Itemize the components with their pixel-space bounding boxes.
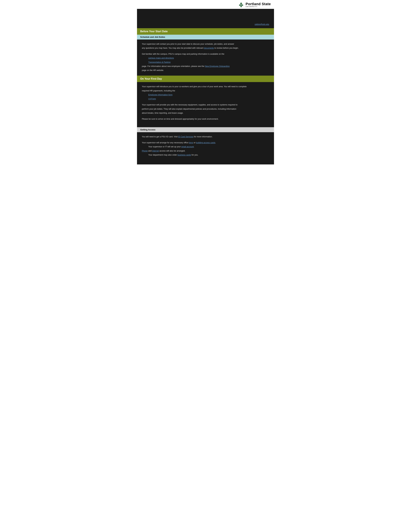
employee-info-form-link[interactable]: Employee Information form: [148, 94, 172, 96]
schedule-section-header: Schedule and Job Duties: [137, 35, 274, 39]
page-header: Portland State UNIVERSITY: [137, 0, 274, 9]
access-text-2: Your supervisor will arrange for any nec…: [142, 141, 269, 144]
access-text-1: You will need to get a PSU ID card. Visi…: [142, 135, 269, 139]
before-start-header: Before Your Start Date: [137, 28, 274, 35]
contact-email-link[interactable]: sskbre@pdx.edu: [255, 23, 269, 26]
documents-link[interactable]: documents: [204, 47, 214, 49]
schedule-text-3: Get familiar with the campus. PSU's camp…: [142, 52, 269, 56]
campus-maps-link[interactable]: campus maps and directions: [148, 57, 174, 59]
new-employee-onboarding-link[interactable]: New Employee Onboarding: [205, 65, 230, 67]
schedule-text-5: page on the HR website.: [142, 69, 269, 72]
psu-logo-icon: [238, 2, 244, 8]
transportation-link[interactable]: Transportation & Parking: [148, 61, 170, 63]
schedule-text-2: any questions you may have. You may also…: [142, 47, 269, 50]
internet-link[interactable]: internet: [152, 150, 159, 152]
email-account-link[interactable]: email account: [181, 146, 194, 148]
intro-banner: sskbre@pdx.edu: [137, 9, 274, 28]
schedule-text-4: page. For information about new employee…: [142, 65, 269, 68]
psu-name: Portland State: [246, 2, 271, 6]
logo-container: Portland State UNIVERSITY: [238, 2, 271, 8]
business-cards-link[interactable]: business cards: [177, 154, 191, 156]
first-day-text-2: required HR paperwork, including the: [142, 89, 269, 93]
svg-rect-5: [240, 5, 243, 6]
i9-form-link[interactable]: I-9 Form: [148, 98, 156, 100]
psu-logo-text: Portland State UNIVERSITY: [246, 2, 271, 8]
first-day-text-4: perform your job duties. They will also …: [142, 107, 269, 111]
first-day-text-5: about breaks, time reporting, and leave …: [142, 111, 269, 115]
access-text-4: Phone and internet access will also be a…: [142, 149, 269, 153]
first-day-text-1: Your supervisor will introduce you to yo…: [142, 85, 269, 88]
first-day-text-6: Please be sure to arrive on time and dre…: [142, 117, 269, 121]
transportation-link-line: Transportation & Parking: [142, 61, 269, 64]
access-text-3: Your supervisor or IT will set up your e…: [142, 145, 269, 149]
i9-form-link-line: I-9 Form: [142, 97, 269, 101]
id-card-services-link[interactable]: ID Card Services: [178, 136, 193, 138]
getting-access-content-block: You will need to get a PSU ID card. Visi…: [137, 132, 274, 164]
first-day-header: On Your First Day: [137, 76, 274, 82]
first-day-text-3: Your supervisor will provide you with th…: [142, 103, 269, 106]
campus-maps-link-line: campus maps and directions: [142, 57, 269, 60]
getting-access-header: Getting Access: [137, 127, 274, 132]
schedule-content-block: Your supervisor will contact you prior t…: [137, 39, 274, 76]
employee-info-form-link-line: Employee Information form: [142, 93, 269, 96]
building-access-cards-link[interactable]: building access cards: [196, 142, 215, 144]
psu-subtitle: UNIVERSITY: [246, 6, 271, 8]
access-text-5: Your department may also order business …: [142, 153, 269, 157]
first-day-content-block: Your supervisor will introduce you to yo…: [137, 82, 274, 127]
schedule-text-1: Your supervisor will contact you prior t…: [142, 42, 269, 46]
keys-link[interactable]: keys: [189, 142, 193, 144]
phone-link[interactable]: Phone: [142, 150, 148, 152]
